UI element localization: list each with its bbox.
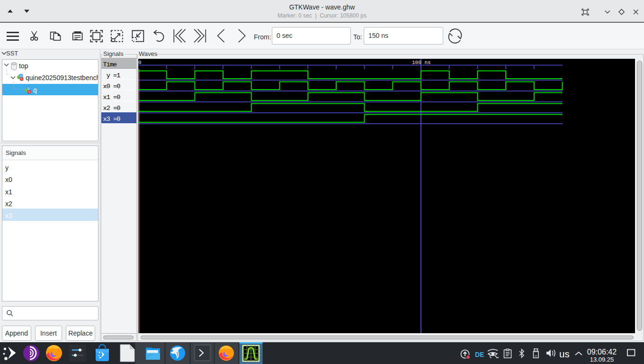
svg-text:DE: DE bbox=[475, 351, 484, 358]
svg-text:09:06:42: 09:06:42 bbox=[587, 348, 617, 356]
svg-text:13.09.25: 13.09.25 bbox=[590, 356, 614, 363]
svg-text:0: 0 bbox=[138, 60, 142, 65]
svg-text:100 ns: 100 ns bbox=[412, 60, 431, 65]
svg-text:us: us bbox=[559, 348, 570, 359]
